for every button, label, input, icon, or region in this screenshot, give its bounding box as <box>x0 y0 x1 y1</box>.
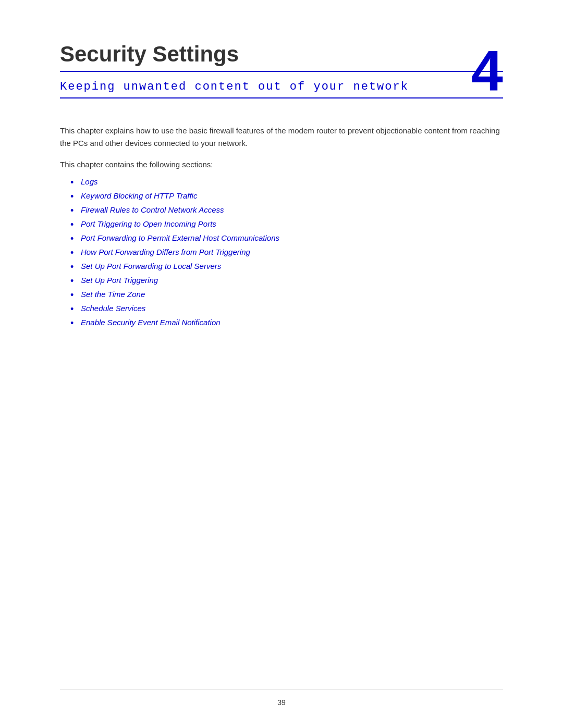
list-item: Set Up Port Forwarding to Local Servers <box>70 262 503 270</box>
toc-link-port-forwarding-differs[interactable]: How Port Forwarding Differs from Port Tr… <box>81 248 250 256</box>
list-item: Port Triggering to Open Incoming Ports <box>70 219 503 228</box>
toc-link-keyword-blocking[interactable]: Keyword Blocking of HTTP Traffic <box>81 191 197 200</box>
page-number: 39 <box>277 698 286 707</box>
list-item: Keyword Blocking of HTTP Traffic <box>70 191 503 200</box>
list-item: Set Up Port Triggering <box>70 276 503 285</box>
list-item: Logs <box>70 177 503 186</box>
page-container: 4 Security Settings Keeping unwanted con… <box>0 0 563 728</box>
page-footer: 39 <box>0 689 563 707</box>
toc-link-setup-port-forwarding[interactable]: Set Up Port Forwarding to Local Servers <box>81 262 221 270</box>
toc-link-port-triggering[interactable]: Port Triggering to Open Incoming Ports <box>81 219 216 228</box>
list-item: Enable Security Event Email Notification <box>70 318 503 327</box>
chapter-subtitle: Keeping unwanted content out of your net… <box>60 80 503 93</box>
toc-link-setup-port-triggering[interactable]: Set Up Port Triggering <box>81 276 158 285</box>
list-item: Firewall Rules to Control Network Access <box>70 205 503 214</box>
chapter-title: Security Settings <box>60 42 503 72</box>
toc-link-port-forwarding[interactable]: Port Forwarding to Permit External Host … <box>81 233 279 242</box>
toc-link-logs[interactable]: Logs <box>81 177 98 186</box>
toc-link-schedule-services[interactable]: Schedule Services <box>81 304 145 313</box>
toc-link-email-notification[interactable]: Enable Security Event Email Notification <box>81 318 221 327</box>
footer-divider <box>60 689 503 689</box>
sections-intro: This chapter contains the following sect… <box>60 160 503 169</box>
intro-paragraph-1: This chapter explains how to use the bas… <box>60 125 503 150</box>
list-item: Set the Time Zone <box>70 290 503 299</box>
header-section: 4 Security Settings Keeping unwanted con… <box>60 42 503 98</box>
chapter-number: 4 <box>471 42 503 99</box>
toc-link-firewall-rules[interactable]: Firewall Rules to Control Network Access <box>81 205 224 214</box>
list-item: Port Forwarding to Permit External Host … <box>70 233 503 242</box>
toc-link-time-zone[interactable]: Set the Time Zone <box>81 290 145 299</box>
list-item: How Port Forwarding Differs from Port Tr… <box>70 248 503 256</box>
header-divider <box>60 97 503 98</box>
list-item: Schedule Services <box>70 304 503 313</box>
toc-list: Logs Keyword Blocking of HTTP Traffic Fi… <box>60 177 503 327</box>
